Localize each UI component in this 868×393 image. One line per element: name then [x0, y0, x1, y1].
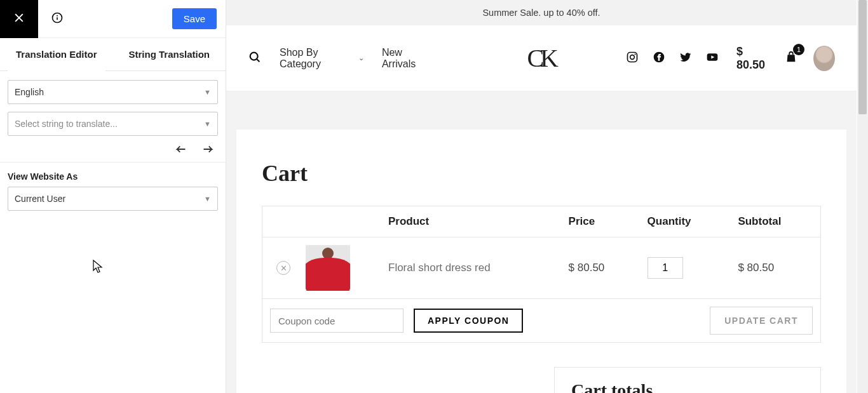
header-cart-total: $ 80.50 — [736, 45, 769, 72]
nav-new-arrivals[interactable]: New Arrivals — [382, 47, 433, 70]
string-select[interactable]: Select string to translate... ▼ — [8, 112, 218, 136]
tab-label: Translation Editor — [16, 49, 97, 60]
editor-tabs: Translation Editor String Translation — [0, 38, 226, 71]
facebook-link[interactable] — [653, 51, 665, 65]
col-subtotal: Subtotal — [730, 206, 820, 237]
product-name-link[interactable]: Floral short dress red — [388, 262, 491, 274]
cart-badge: 1 — [793, 44, 804, 55]
cart-totals-card: Cart totals — [554, 367, 821, 393]
svg-line-4 — [257, 59, 259, 62]
cart-card: Cart Product Price Quantity Subtotal — [236, 130, 846, 393]
page-title: Cart — [262, 160, 821, 187]
instagram-link[interactable] — [626, 51, 639, 65]
tab-string-translation[interactable]: String Translation — [113, 38, 226, 70]
site-preview: Summer Sale. up to 40% off. Shop By Cate… — [226, 0, 868, 393]
scrollbar[interactable] — [857, 0, 868, 393]
item-price: $ 80.50 — [561, 237, 640, 299]
site-logo[interactable]: CK — [527, 43, 555, 73]
tab-translation-editor[interactable]: Translation Editor — [0, 38, 113, 70]
site-header: Shop By Category ⌄ New Arrivals CK $ 80.… — [226, 25, 857, 91]
coupon-input[interactable] — [270, 309, 403, 333]
apply-coupon-button[interactable]: APPLY COUPON — [414, 309, 523, 333]
close-button[interactable] — [0, 0, 38, 38]
nav-label: Shop By Category — [280, 47, 353, 70]
remove-item-button[interactable]: ✕ — [276, 261, 290, 275]
youtube-icon — [706, 56, 719, 65]
info-icon — [51, 11, 64, 27]
search-button[interactable] — [248, 50, 262, 66]
youtube-link[interactable] — [706, 51, 719, 65]
info-button[interactable] — [38, 11, 76, 27]
col-product: Product — [381, 206, 561, 237]
save-button[interactable]: Save — [172, 8, 217, 29]
close-icon — [13, 11, 25, 27]
update-cart-button[interactable]: UPDATE CART — [710, 307, 813, 335]
cursor-icon — [93, 260, 103, 276]
col-price: Price — [561, 206, 640, 237]
search-icon — [248, 57, 262, 66]
language-select[interactable]: English ▼ — [8, 80, 218, 104]
redo-button[interactable] — [200, 143, 214, 157]
bag-icon — [784, 55, 798, 66]
table-row: ✕ Floral short dress red $ 80.50 $ 80.50 — [262, 237, 821, 299]
chevron-down-icon: ▼ — [204, 88, 211, 96]
editor-topbar: Save — [0, 0, 226, 38]
facebook-icon — [653, 56, 665, 65]
item-subtotal: $ 80.50 — [730, 237, 820, 299]
product-thumbnail[interactable] — [306, 245, 350, 291]
view-as-label: View Website As — [0, 162, 226, 187]
string-placeholder: Select string to translate... — [15, 119, 118, 129]
instagram-icon — [626, 56, 639, 65]
redo-icon — [200, 147, 214, 157]
avatar[interactable] — [813, 46, 835, 71]
promo-text: Summer Sale. up to 40% off. — [482, 8, 600, 18]
twitter-link[interactable] — [679, 51, 692, 65]
undo-button[interactable] — [175, 143, 189, 157]
chevron-down-icon: ▼ — [204, 195, 211, 203]
twitter-icon — [679, 56, 692, 65]
col-quantity: Quantity — [640, 206, 731, 237]
scrollbar-thumb[interactable] — [858, 0, 867, 114]
tab-label: String Translation — [128, 49, 210, 60]
undo-icon — [175, 147, 189, 157]
cart-table: Product Price Quantity Subtotal ✕ Floral… — [262, 206, 821, 343]
language-value: English — [15, 87, 44, 97]
editor-sidebar: Save Translation Editor String Translati… — [0, 0, 226, 393]
svg-point-6 — [630, 55, 635, 60]
svg-point-7 — [635, 53, 636, 55]
nav-shop-by-category[interactable]: Shop By Category ⌄ — [280, 47, 364, 70]
close-icon: ✕ — [280, 263, 287, 273]
svg-point-2 — [57, 15, 58, 16]
nav-label: New Arrivals — [382, 47, 433, 70]
cart-totals-title: Cart totals — [571, 380, 804, 393]
chevron-down-icon: ⌄ — [358, 54, 364, 62]
cart-button[interactable]: 1 — [784, 50, 798, 67]
svg-point-3 — [250, 53, 258, 60]
view-as-select[interactable]: Current User ▼ — [8, 187, 218, 211]
quantity-input[interactable] — [648, 257, 683, 279]
view-as-value: Current User — [15, 194, 65, 204]
promo-bar: Summer Sale. up to 40% off. — [226, 0, 857, 25]
chevron-down-icon: ▼ — [204, 120, 211, 128]
